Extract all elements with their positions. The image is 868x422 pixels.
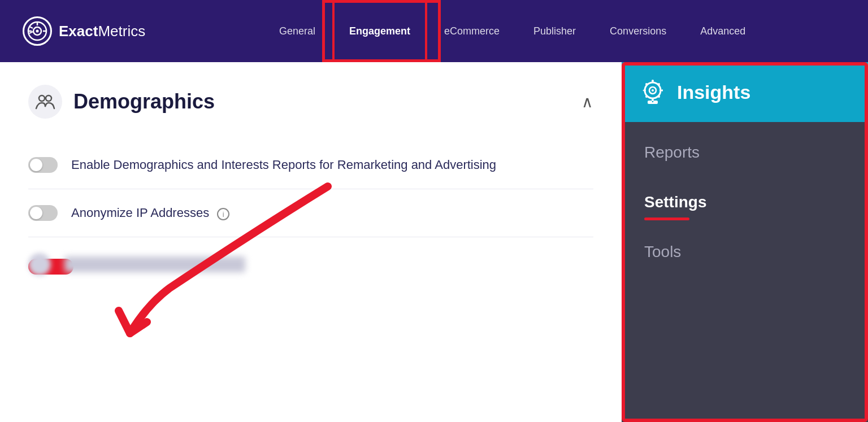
sidebar-nav: Reports Settings Tools [622, 122, 868, 282]
sidebar-item-reports[interactable]: Reports [622, 128, 868, 177]
nav-item-ecommerce[interactable]: eCommerce [427, 0, 517, 62]
svg-point-15 [644, 89, 646, 92]
sidebar: Insights Reports Settings Tools [622, 62, 868, 422]
svg-point-2 [36, 30, 39, 33]
svg-point-17 [645, 83, 648, 85]
nav-item-conversions[interactable]: Conversions [593, 0, 683, 62]
svg-point-13 [652, 80, 654, 82]
logo-area: ExactMetrics [23, 16, 145, 46]
svg-point-12 [652, 89, 654, 92]
insights-header: Insights [622, 62, 868, 122]
blurred-icon [28, 253, 51, 276]
svg-point-20 [645, 95, 648, 98]
svg-point-8 [39, 95, 45, 101]
sidebar-item-tools[interactable]: Tools [622, 227, 868, 277]
collapse-button[interactable]: ∧ [581, 93, 593, 111]
setting-row-demographics: Enable Demographics and Interests Report… [28, 141, 593, 189]
nav-item-engagement[interactable]: Engagement [332, 0, 427, 62]
anonymize-label: Anonymize IP Addresses i [71, 206, 229, 221]
demographics-section-header: Demographics ∧ [28, 85, 593, 119]
svg-point-18 [658, 95, 660, 98]
insights-label: Insights [677, 81, 750, 103]
sidebar-item-settings[interactable]: Settings [622, 177, 868, 227]
main-nav: General Engagement eCommerce Publisher C… [179, 0, 845, 62]
insights-icon [639, 78, 667, 106]
demographics-icon [28, 85, 62, 119]
logo-icon [23, 16, 52, 46]
demographics-title: Demographics [73, 90, 215, 114]
demographics-label: Enable Demographics and Interests Report… [71, 158, 496, 172]
nav-item-general[interactable]: General [262, 0, 332, 62]
header: ExactMetrics General Engagement eCommerc… [0, 0, 868, 62]
svg-point-19 [658, 83, 660, 85]
blurred-setting-row [28, 237, 593, 292]
demographics-toggle[interactable] [28, 157, 58, 173]
blurred-text [64, 256, 245, 272]
nav-item-advanced[interactable]: Advanced [683, 0, 762, 62]
anonymize-info-icon[interactable]: i [217, 208, 229, 220]
demographics-title-area: Demographics [28, 85, 215, 119]
nav-item-publisher[interactable]: Publisher [517, 0, 593, 62]
svg-point-16 [659, 89, 662, 92]
setting-row-anonymize: Anonymize IP Addresses i [28, 189, 593, 237]
anonymize-toggle[interactable] [28, 205, 58, 221]
svg-point-9 [46, 95, 51, 101]
svg-line-6 [29, 27, 33, 28]
content-area: Demographics ∧ Enable Demographics and I… [0, 62, 622, 422]
logo-text: ExactMetrics [59, 23, 145, 40]
main-content: Demographics ∧ Enable Demographics and I… [0, 62, 868, 422]
svg-line-7 [29, 32, 33, 33]
svg-point-14 [652, 99, 654, 101]
svg-rect-23 [651, 102, 654, 104]
